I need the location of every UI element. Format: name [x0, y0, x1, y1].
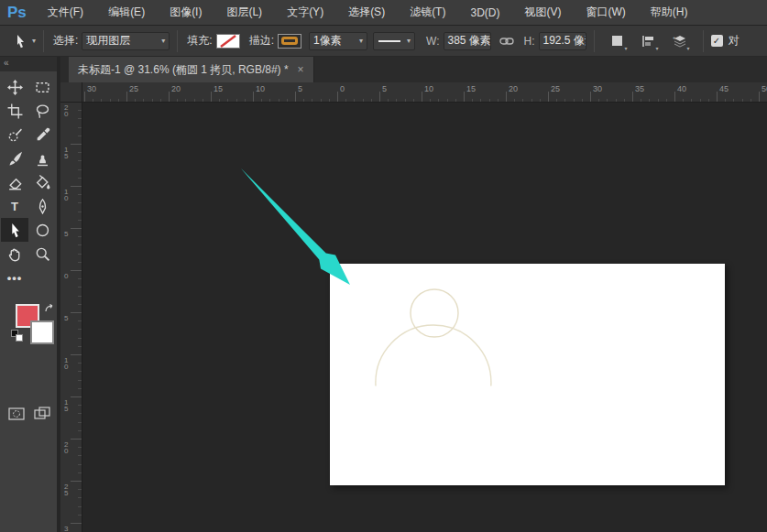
tool-paint-bucket-button[interactable]: [28, 170, 56, 194]
tool-ellipse-shape-button[interactable]: [28, 218, 56, 242]
tool-path-selection-button[interactable]: [1, 218, 28, 242]
collapse-panel-button[interactable]: «: [0, 57, 57, 71]
separator: [594, 30, 595, 52]
chevron-down-icon: ▾: [402, 37, 411, 45]
photoshop-window: Ps 文件(F)编辑(E)图像(I)图层(L)文字(Y)选择(S)滤镜(T)3D…: [0, 0, 767, 532]
checkmark-icon: ✓: [713, 36, 720, 46]
screen-mode-button[interactable]: [33, 407, 51, 420]
ruler-origin-corner[interactable]: [60, 82, 82, 103]
default-colors-icon[interactable]: [11, 330, 24, 342]
tool-move-button[interactable]: [1, 75, 28, 99]
h-ruler-label: 15: [214, 84, 223, 93]
vertical-ruler[interactable]: 2 01 51 05051 01 52 02 53 0: [60, 103, 82, 532]
separator: [703, 30, 704, 52]
tool-grid: T•••: [0, 75, 57, 289]
tool-crop-button[interactable]: [1, 99, 28, 123]
select-mode-label: 选择:: [53, 33, 78, 49]
separator: [177, 30, 178, 52]
menu-item[interactable]: 选择(S): [340, 5, 393, 20]
tool-preset-button[interactable]: ▾: [13, 34, 36, 49]
tool-brush-button[interactable]: [1, 147, 28, 170]
document-tab-title: 未标题-1 @ 31.6% (椭圆 1 拷贝, RGB/8#) *: [78, 62, 289, 78]
tool-rectangular-marquee-button[interactable]: [28, 75, 56, 99]
menu-item[interactable]: 文字(Y): [279, 5, 332, 20]
width-label: W:: [426, 35, 439, 48]
chevron-down-icon: ▾: [157, 37, 165, 45]
stroke-swatch[interactable]: [278, 34, 301, 49]
h-ruler-label: 50: [762, 84, 767, 93]
menu-item[interactable]: 窗口(W): [577, 5, 633, 20]
link-dimensions-icon: [499, 36, 514, 47]
head-ellipse: [411, 289, 458, 337]
brush-icon: [7, 151, 23, 167]
tool-quick-selection-button[interactable]: [1, 123, 28, 147]
swap-colors-icon[interactable]: [44, 302, 55, 319]
menu-item[interactable]: 帮助(H): [642, 5, 696, 20]
pen-icon: [35, 199, 50, 214]
h-ruler-label: 15: [466, 84, 476, 93]
rectangular-marquee-icon: [35, 80, 50, 95]
path-arrangement-button[interactable]: + ▾: [670, 31, 690, 51]
menu-bar: Ps 文件(F)编辑(E)图像(I)图层(L)文字(Y)选择(S)滤镜(T)3D…: [0, 0, 767, 26]
h-ruler-label: 5: [298, 84, 302, 93]
document-tab[interactable]: 未标题-1 @ 31.6% (椭圆 1 拷贝, RGB/8#) * ×: [69, 57, 314, 82]
menu-item[interactable]: 图像(I): [161, 5, 210, 20]
chevron-down-icon: ▾: [655, 45, 658, 51]
path-operations-button[interactable]: ▾: [608, 31, 628, 51]
quick-mask-button[interactable]: [7, 407, 26, 420]
eyedropper-icon: [35, 127, 50, 143]
no-fill-icon: [217, 35, 239, 48]
solid-line-icon: [378, 38, 401, 44]
tool-hand-button[interactable]: [1, 242, 28, 266]
h-ruler-label: 25: [551, 84, 560, 93]
chevron-down-icon: ▾: [624, 45, 627, 51]
canvas-document[interactable]: [330, 264, 725, 485]
select-mode-dropdown[interactable]: 现用图层 ▾: [82, 32, 170, 50]
height-value: 192.5 像素: [543, 33, 586, 49]
h-ruler-label: 10: [256, 84, 265, 93]
tool-lasso-button[interactable]: [28, 99, 56, 123]
stroke-type-dropdown[interactable]: ▾: [373, 32, 415, 50]
menu-item[interactable]: 滤镜(T): [401, 5, 454, 20]
eraser-icon: [7, 175, 23, 190]
close-tab-icon[interactable]: ×: [298, 63, 304, 76]
path-alignment-button[interactable]: ▾: [639, 31, 659, 51]
tool-clone-stamp-button[interactable]: [28, 147, 56, 170]
ellipse-shape-icon: [35, 223, 50, 238]
stroke-width-combo[interactable]: 1像素 ▾: [309, 32, 367, 50]
h-ruler-label: 40: [677, 84, 686, 93]
v-ruler-label: 0: [64, 273, 68, 279]
menu-item[interactable]: 视图(V): [516, 5, 569, 20]
chevron-down-icon: ▾: [355, 37, 363, 45]
fill-swatch-no-color[interactable]: [216, 34, 240, 49]
tool-eyedropper-button[interactable]: [28, 123, 56, 147]
width-input[interactable]: 385 像素: [444, 32, 491, 50]
select-mode-value: 现用图层: [86, 33, 130, 49]
align-edges-checkbox[interactable]: ✓: [711, 35, 723, 47]
tool-more-tools-button[interactable]: •••: [1, 266, 28, 289]
height-input[interactable]: 192.5 像素: [539, 32, 586, 50]
v-ruler-label: 2 5: [64, 483, 68, 496]
menu-item[interactable]: 图层(L): [218, 5, 270, 20]
link-dimensions-button[interactable]: [497, 31, 517, 51]
menu-item[interactable]: 文件(F): [39, 5, 92, 20]
menu-item[interactable]: 3D(D): [462, 6, 508, 19]
h-ruler-label: 0: [340, 84, 345, 93]
background-color-swatch[interactable]: [30, 320, 54, 344]
stroke-color-ring: [281, 37, 298, 45]
tool-eraser-button[interactable]: [1, 170, 28, 194]
menu-item[interactable]: 编辑(E): [100, 5, 153, 20]
hand-icon: [7, 246, 23, 262]
path-alignment-icon: [641, 35, 655, 48]
horizontal-ruler[interactable]: 3025201510505101520253035404550: [60, 82, 767, 103]
document-tab-bar: 未标题-1 @ 31.6% (椭圆 1 拷贝, RGB/8#) * ×: [60, 57, 767, 82]
tool-zoom-button[interactable]: [28, 242, 56, 266]
h-ruler-label: 5: [382, 84, 387, 93]
photoshop-logo: Ps: [7, 4, 27, 22]
svg-text:+: +: [673, 35, 676, 40]
h-ruler-label: 30: [593, 84, 602, 93]
tool-pen-button[interactable]: [28, 194, 56, 218]
tool-type-button[interactable]: T: [1, 194, 28, 218]
v-ruler-label: 2 0: [64, 441, 68, 454]
h-ruler-label: 35: [635, 84, 644, 93]
